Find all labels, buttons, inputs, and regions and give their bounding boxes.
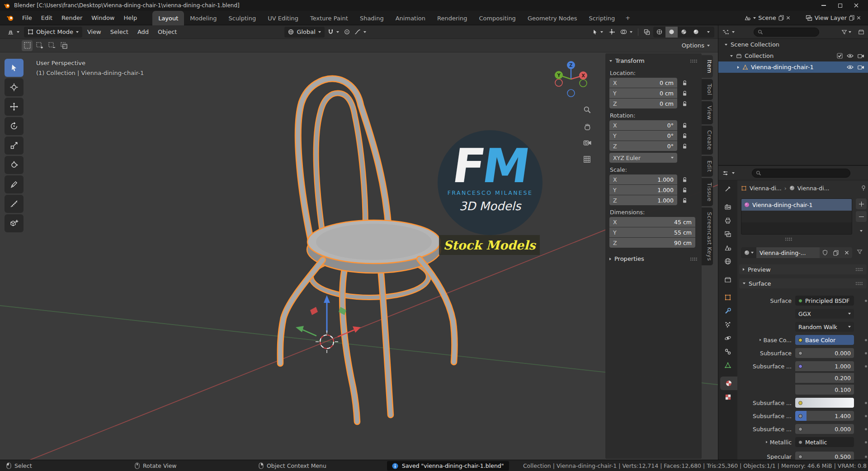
dimensions-x-field[interactable]: X45 cm [609, 217, 695, 227]
outliner-row-scene-collection[interactable]: Scene Collection [718, 39, 868, 50]
menu-edit[interactable]: Edit [37, 11, 57, 25]
scene-copy-icon[interactable] [778, 15, 784, 21]
menu-select[interactable]: Select [106, 25, 132, 39]
add-workspace-button[interactable]: + [621, 11, 635, 25]
tool-add-cube[interactable] [5, 214, 24, 232]
expand-icon[interactable] [725, 44, 727, 46]
scale-y-field[interactable]: Y1.000 [609, 185, 677, 195]
tab-render[interactable] [718, 200, 737, 214]
transform-orientation-dropdown[interactable]: Global [284, 27, 324, 38]
tool-annotate[interactable] [5, 175, 24, 193]
new-collection-icon[interactable] [858, 29, 864, 35]
distribution-dropdown[interactable]: GGX [795, 309, 854, 319]
breadcrumb-material[interactable]: Vienna-di... [797, 185, 830, 192]
scene-icon[interactable] [744, 15, 751, 21]
menu-add[interactable]: Add [133, 25, 153, 39]
select-mode-extend-button[interactable] [34, 40, 45, 51]
tool-move[interactable] [5, 98, 24, 116]
editor-type-chevron-icon[interactable] [732, 31, 735, 33]
subsurface-ior-slider[interactable]: 1.400 [795, 411, 854, 421]
options-dropdown[interactable]: Options [682, 42, 710, 49]
tab-texture[interactable] [718, 390, 737, 404]
decorator-icon[interactable] [865, 402, 867, 404]
scale-z-field[interactable]: Z1.000 [609, 195, 677, 205]
snap-chevron-icon[interactable] [336, 31, 339, 33]
tab-world[interactable] [718, 254, 737, 268]
menu-help[interactable]: Help [119, 11, 142, 25]
object-label[interactable]: Vienna-dining-chair-1 [751, 64, 814, 71]
workspace-tab-compositing[interactable]: Compositing [473, 11, 522, 25]
location-z-field[interactable]: Z0 cm [609, 99, 677, 108]
decorator-icon[interactable] [865, 428, 867, 430]
decorator-icon[interactable] [865, 365, 867, 367]
lock-rotation-x-icon[interactable] [681, 122, 688, 128]
lock-scale-z-icon[interactable] [681, 198, 688, 203]
subsurface-value-field[interactable]: 0.000 [795, 348, 854, 358]
panel-grip-icon[interactable] [690, 59, 698, 63]
subsurface-anisotropy-field[interactable]: 0.000 [795, 424, 854, 434]
surface-shader-field[interactable]: Principled BSDF [795, 296, 854, 306]
properties-search-input[interactable] [752, 169, 850, 178]
decorator-icon[interactable] [865, 300, 867, 302]
minimize-button[interactable] [816, 0, 832, 11]
shading-material-button[interactable] [678, 27, 690, 38]
fake-user-shield-icon[interactable] [820, 247, 830, 258]
tab-object-data[interactable] [718, 358, 737, 372]
outliner-editor-icon[interactable] [722, 29, 729, 35]
decorator-icon[interactable] [865, 415, 867, 417]
viewport-3d[interactable]: User Perspective (1) Collection | Vienna… [0, 52, 718, 460]
disable-render-camera-icon[interactable] [858, 54, 864, 58]
subsurface-radius-x-field[interactable]: 1.000 [795, 361, 854, 371]
camera-view-icon[interactable] [583, 139, 592, 146]
subsurface-method-dropdown[interactable]: Random Walk [795, 322, 854, 332]
editor-type-button[interactable] [4, 27, 23, 38]
menu-file[interactable]: File [18, 11, 37, 25]
saved-notification[interactable]: Saved "vienna-dining-chair-1.blend" [387, 461, 509, 471]
editor-type-chevron-icon[interactable] [732, 172, 735, 174]
outliner-row-collection[interactable]: Collection [718, 50, 868, 61]
pin-icon[interactable] [861, 185, 866, 191]
expand-icon[interactable] [730, 55, 733, 57]
tab-collection[interactable] [718, 273, 737, 286]
tab-tool[interactable] [718, 182, 737, 196]
lock-location-x-icon[interactable] [681, 80, 688, 86]
tool-select-box[interactable] [5, 59, 24, 77]
tool-scale[interactable] [5, 137, 24, 155]
close-button[interactable] [848, 0, 864, 11]
sidebar-tab-tool[interactable]: Tool [702, 79, 713, 100]
select-mode-subtract-button[interactable] [46, 40, 57, 51]
menu-render[interactable]: Render [57, 11, 87, 25]
decorator-icon[interactable] [865, 339, 867, 341]
lock-location-y-icon[interactable] [681, 90, 688, 96]
gizmos-toggle-button[interactable] [606, 27, 617, 38]
location-x-field[interactable]: X0 cm [609, 78, 677, 88]
exclude-checkbox[interactable] [837, 53, 843, 59]
shading-rendered-button[interactable] [690, 27, 702, 38]
tab-particles[interactable] [718, 318, 737, 331]
rotation-z-field[interactable]: Z0° [609, 141, 677, 151]
select-mode-new-button[interactable] [22, 40, 33, 51]
workspace-tab-rendering[interactable]: Rendering [431, 11, 473, 25]
overlays-toggle-button[interactable] [618, 27, 635, 38]
rotation-mode-dropdown[interactable]: XYZ Euler [609, 153, 677, 163]
move-gizmo[interactable] [296, 295, 361, 337]
outliner-row-object[interactable]: Vienna-dining-chair-1 [718, 61, 868, 73]
proportional-falloff-dropdown[interactable] [353, 27, 368, 38]
properties-panel-header[interactable]: Properties [605, 253, 702, 264]
workspace-tab-scripting[interactable]: Scripting [583, 11, 621, 25]
browse-material-button[interactable] [741, 247, 756, 258]
panel-grip-icon[interactable] [690, 257, 698, 261]
scene-collection-label[interactable]: Scene Collection [731, 41, 779, 48]
scale-x-field[interactable]: X1.000 [609, 174, 677, 184]
sidebar-tab-tissue[interactable]: Tissue [702, 178, 713, 206]
tab-view-layer[interactable] [718, 227, 737, 241]
panel-grip-icon[interactable] [855, 282, 863, 285]
new-material-copy-icon[interactable] [830, 247, 841, 258]
tab-scene[interactable] [718, 241, 737, 254]
outliner-filter-button[interactable] [841, 29, 851, 35]
properties-editor-icon[interactable] [722, 170, 729, 176]
panel-grip-icon[interactable] [855, 268, 863, 271]
location-y-field[interactable]: Y0 cm [609, 88, 677, 98]
tab-output[interactable] [718, 214, 737, 227]
surface-panel-header[interactable]: Surface [739, 278, 867, 288]
